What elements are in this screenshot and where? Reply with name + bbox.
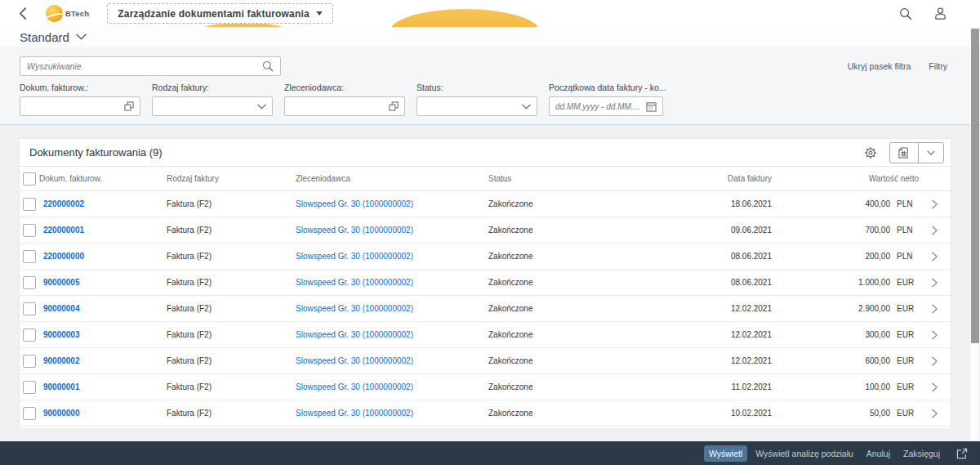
table-row[interactable]: 220000000 Faktura (F2) Slowspeed Gr. 30 … (20, 244, 951, 270)
column-header-client[interactable]: Zleceniodawca (296, 174, 488, 183)
chevron-down-icon (927, 150, 935, 155)
client-link[interactable]: Slowspeed Gr. 30 (1000000002) (296, 330, 488, 339)
table-row[interactable]: 220000001 Faktura (F2) Slowspeed Gr. 30 … (20, 217, 951, 244)
row-checkbox[interactable] (23, 302, 36, 315)
status-text: Zakończone (488, 382, 644, 391)
currency: EUR (890, 278, 919, 287)
vertical-scrollbar[interactable] (970, 27, 979, 441)
select-all-checkbox[interactable] (23, 172, 36, 186)
column-header-netvalue[interactable]: Wartość netto (772, 174, 919, 183)
filter-fields: Dokum. fakturow.: Rodzaj faktury: (20, 83, 675, 116)
row-checkbox[interactable] (23, 224, 36, 237)
doc-number-link[interactable]: 90000001 (43, 382, 167, 391)
invoice-type: Faktura (F2) (167, 409, 296, 418)
doc-number-link[interactable]: 90000003 (43, 330, 167, 339)
row-checkbox[interactable] (23, 381, 36, 394)
doc-number-link[interactable]: 90000002 (43, 356, 167, 365)
footer-button[interactable]: Zaksięguj (898, 445, 945, 462)
table-row[interactable]: 90000005 Faktura (F2) Slowspeed Gr. 30 (… (20, 270, 951, 296)
scrollbar-thumb[interactable] (971, 29, 979, 343)
filters-link[interactable]: Filtry (929, 61, 947, 71)
column-header-status[interactable]: Status (488, 174, 644, 183)
row-checkbox[interactable] (23, 355, 36, 368)
table-row[interactable]: 90000002 Faktura (F2) Slowspeed Gr. 30 (… (20, 348, 951, 374)
table-row[interactable]: 90000001 Faktura (F2) Slowspeed Gr. 30 (… (20, 374, 951, 400)
hide-filterbar-link[interactable]: Ukryj pasek filtra (848, 61, 911, 71)
filter-field-input[interactable] (284, 96, 405, 116)
doc-number-link[interactable]: 90000005 (43, 278, 167, 287)
value-help-icon[interactable] (389, 101, 399, 111)
search-icon[interactable] (262, 60, 274, 72)
footer-button[interactable]: Wyświetl analizę podziału (751, 445, 858, 462)
row-chevron-right-icon[interactable] (932, 382, 938, 392)
app-title-menu[interactable]: Zarządzanie dokumentami fakturowania (107, 3, 333, 24)
filter-field-input[interactable] (416, 96, 537, 116)
column-header-type[interactable]: Rodzaj faktury (167, 174, 296, 183)
row-checkbox[interactable] (23, 250, 36, 263)
doc-number-link[interactable]: 220000002 (43, 199, 167, 208)
export-button[interactable] (890, 143, 918, 163)
doc-number-link[interactable]: 90000004 (43, 304, 167, 313)
value-help-icon[interactable] (124, 101, 134, 111)
row-chevron-right-icon[interactable] (932, 304, 938, 314)
table-row[interactable]: 90000000 Faktura (F2) Slowspeed Gr. 30 (… (20, 400, 951, 427)
export-menu-button[interactable] (918, 143, 943, 163)
column-header-doc[interactable]: Dokum. fakturow. (39, 174, 167, 183)
search-icon (899, 7, 912, 20)
footer-button[interactable]: Anuluj (862, 445, 895, 462)
client-link[interactable]: Slowspeed Gr. 30 (1000000002) (296, 252, 488, 261)
table-row[interactable]: 90000004 Faktura (F2) Slowspeed Gr. 30 (… (20, 296, 951, 322)
shell-search-button[interactable] (897, 5, 915, 23)
row-chevron-right-icon[interactable] (932, 278, 938, 288)
search-input[interactable]: Wyszukiwanie (20, 56, 281, 76)
client-link[interactable]: Slowspeed Gr. 30 (1000000002) (296, 226, 488, 235)
invoice-date: 08.06.2021 (644, 252, 772, 261)
row-chevron-right-icon[interactable] (932, 199, 938, 209)
filter-field-input[interactable] (20, 96, 140, 116)
table-row[interactable]: 90000003 Faktura (F2) Slowspeed Gr. 30 (… (20, 322, 951, 348)
currency: PLN (890, 226, 919, 235)
row-checkbox[interactable] (23, 198, 36, 211)
net-amount: 50,00 (772, 409, 890, 418)
variant-management[interactable]: Standard (0, 27, 980, 47)
open-in-new-window-button[interactable] (952, 445, 972, 462)
table-settings-button[interactable] (862, 144, 880, 162)
row-chevron-right-icon[interactable] (932, 409, 938, 418)
client-link[interactable]: Slowspeed Gr. 30 (1000000002) (296, 409, 488, 418)
client-link[interactable]: Slowspeed Gr. 30 (1000000002) (296, 382, 488, 391)
footer-button[interactable]: Wyświetl (704, 445, 747, 462)
row-chevron-right-icon[interactable] (932, 330, 938, 340)
doc-number-link[interactable]: 220000000 (43, 252, 167, 261)
chevron-down-icon[interactable] (257, 104, 266, 110)
chevron-down-icon[interactable] (522, 104, 531, 110)
doc-number-link[interactable]: 90000000 (43, 409, 167, 418)
row-chevron-right-icon[interactable] (932, 356, 938, 366)
logo-icon (46, 5, 63, 22)
back-button[interactable] (13, 4, 33, 24)
doc-number-link[interactable]: 220000001 (43, 226, 167, 235)
filter-field-input[interactable] (152, 96, 273, 116)
column-header-date[interactable]: Data faktury (644, 174, 772, 183)
calendar-icon[interactable] (646, 101, 657, 112)
status-text: Zakończone (488, 356, 644, 365)
client-link[interactable]: Slowspeed Gr. 30 (1000000002) (296, 278, 488, 287)
currency: EUR (890, 382, 919, 391)
user-menu-button[interactable] (931, 5, 949, 23)
row-checkbox[interactable] (23, 407, 36, 420)
row-chevron-right-icon[interactable] (932, 252, 938, 262)
currency: EUR (890, 304, 919, 313)
filter-field: Dokum. fakturow.: (20, 83, 140, 116)
row-checkbox[interactable] (23, 329, 36, 342)
table-row[interactable]: 220000002 Faktura (F2) Slowspeed Gr. 30 … (20, 191, 951, 217)
net-amount: 200,00 (772, 252, 890, 261)
row-checkbox[interactable] (23, 276, 36, 289)
client-link[interactable]: Slowspeed Gr. 30 (1000000002) (296, 304, 488, 313)
filter-field-input[interactable]: dd.MM.yyyy - dd.MM.... (549, 96, 663, 116)
filter-field: Początkowa data faktury - ko... dd.MM.yy… (549, 83, 663, 116)
back-chevron-icon (19, 7, 27, 20)
row-chevron-right-icon[interactable] (932, 226, 938, 235)
client-link[interactable]: Slowspeed Gr. 30 (1000000002) (296, 199, 488, 208)
currency: EUR (890, 409, 919, 418)
page-content: Dokumenty fakturowania (9) (0, 126, 980, 441)
client-link[interactable]: Slowspeed Gr. 30 (1000000002) (296, 356, 488, 365)
